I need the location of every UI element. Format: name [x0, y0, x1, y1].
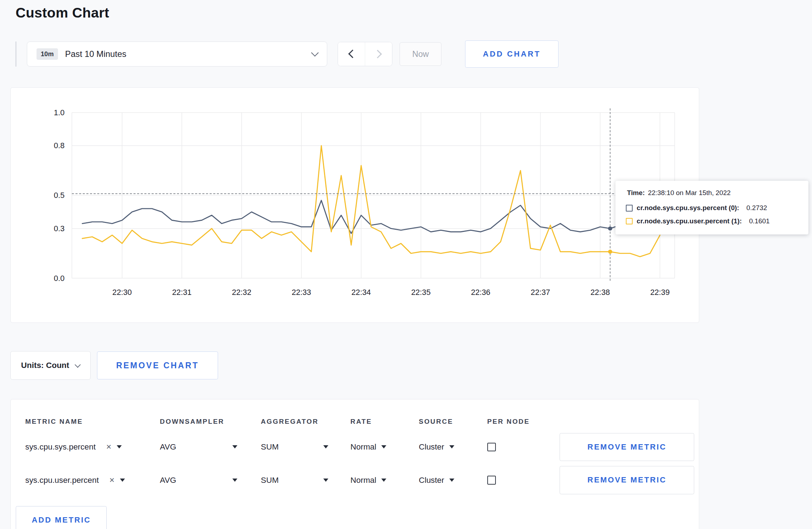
- remove-metric-button[interactable]: REMOVE METRIC: [560, 466, 694, 494]
- svg-text:0.5: 0.5: [54, 191, 64, 200]
- metric-name-select[interactable]: sys.cpu.user.percent ✕: [25, 476, 160, 485]
- custom-chart-page: Custom Chart 10m Past 10 Minutes Now ADD…: [0, 0, 812, 529]
- toolbar: 10m Past 10 Minutes Now ADD CHART: [15, 40, 812, 67]
- svg-text:22:31: 22:31: [172, 287, 192, 296]
- chevron-right-icon: [373, 50, 382, 59]
- rate-value: Normal: [351, 442, 376, 452]
- rate-select[interactable]: Normal: [351, 476, 419, 485]
- svg-text:22:33: 22:33: [292, 287, 311, 296]
- time-range-dropdown[interactable]: 10m Past 10 Minutes: [27, 42, 327, 66]
- remove-metric-button[interactable]: REMOVE METRIC: [560, 433, 694, 461]
- metrics-line-chart[interactable]: 0.00.30.50.81.022:3022:3122:3222:3322:34…: [11, 88, 700, 310]
- per-node-checkbox[interactable]: [487, 443, 496, 452]
- aggregator-select[interactable]: SUM: [261, 442, 328, 452]
- svg-text:22:36: 22:36: [471, 287, 490, 296]
- aggregator-value: SUM: [261, 476, 279, 485]
- downsampler-select[interactable]: AVG: [160, 476, 238, 485]
- tooltip-series-value: 0.2732: [746, 204, 767, 212]
- metric-row: sys.cpu.sys.percent ✕ AVG SUM Normal Clu…: [25, 431, 699, 464]
- svg-text:22:38: 22:38: [590, 287, 610, 296]
- chevron-down-icon: [74, 362, 81, 368]
- caret-down-icon: [120, 479, 125, 482]
- chart-tooltip: Time:22:38:10 on Mar 15th, 2022 cr.node.…: [615, 181, 808, 234]
- metric-name-value: sys.cpu.user.percent: [25, 476, 99, 485]
- col-header-source: SOURCE: [419, 418, 487, 426]
- caret-down-icon: [449, 445, 454, 448]
- close-icon[interactable]: ✕: [106, 443, 112, 451]
- per-node-cell: [487, 443, 560, 452]
- col-header-metric-name: METRIC NAME: [25, 418, 160, 426]
- col-header-per-node: PER NODE: [487, 418, 560, 426]
- downsampler-value: AVG: [160, 476, 177, 485]
- svg-text:0.8: 0.8: [54, 141, 64, 150]
- chevron-down-icon: [311, 49, 319, 57]
- caret-down-icon: [381, 479, 386, 482]
- downsampler-value: AVG: [160, 442, 177, 452]
- source-select[interactable]: Cluster: [419, 476, 487, 485]
- per-node-cell: [487, 476, 560, 485]
- col-header-rate: RATE: [351, 418, 419, 426]
- series-user-swatch-icon: [626, 218, 632, 224]
- col-header-aggregator: AGGREGATOR: [261, 418, 351, 426]
- svg-text:22:35: 22:35: [411, 287, 430, 296]
- prev-range-button[interactable]: [338, 42, 365, 66]
- chevron-left-icon: [348, 50, 357, 59]
- metrics-table-header: METRIC NAME DOWNSAMPLER AGGREGATOR RATE …: [25, 413, 699, 430]
- units-dropdown[interactable]: Units: Count: [10, 351, 91, 380]
- svg-text:22:30: 22:30: [112, 287, 132, 296]
- next-range-button[interactable]: [365, 42, 392, 66]
- tooltip-series-row: cr.node.sys.cpu.user.percent (1): 0.1601: [626, 217, 798, 225]
- downsampler-select[interactable]: AVG: [160, 442, 238, 452]
- svg-text:0.3: 0.3: [54, 224, 64, 233]
- tooltip-series-label: cr.node.sys.cpu.user.percent (1):: [637, 217, 742, 225]
- source-select[interactable]: Cluster: [419, 442, 487, 452]
- tooltip-series-value: 0.1601: [749, 217, 770, 225]
- remove-chart-button[interactable]: REMOVE CHART: [97, 351, 218, 379]
- tooltip-series-label: cr.node.sys.cpu.sys.percent (0):: [637, 204, 739, 212]
- svg-text:22:37: 22:37: [531, 287, 550, 296]
- metric-name-select[interactable]: sys.cpu.sys.percent ✕: [25, 442, 160, 452]
- tooltip-series-row: cr.node.sys.cpu.sys.percent (0): 0.2732: [626, 204, 798, 212]
- caret-down-icon: [449, 479, 454, 482]
- per-node-checkbox[interactable]: [487, 476, 496, 485]
- page-title: Custom Chart: [0, 0, 812, 21]
- metric-name-value: sys.cpu.sys.percent: [25, 442, 96, 452]
- svg-text:0.0: 0.0: [54, 273, 64, 282]
- close-icon[interactable]: ✕: [109, 476, 115, 484]
- chart-actions: Units: Count REMOVE CHART: [10, 351, 812, 380]
- caret-down-icon: [323, 445, 328, 448]
- series-sys-swatch-icon: [626, 205, 632, 211]
- svg-text:22:32: 22:32: [232, 287, 251, 296]
- add-metric-button[interactable]: ADD METRIC: [16, 506, 107, 529]
- source-value: Cluster: [419, 442, 444, 452]
- svg-text:22:34: 22:34: [351, 287, 371, 296]
- caret-down-icon: [381, 445, 386, 448]
- svg-text:22:39: 22:39: [650, 287, 670, 296]
- time-window-badge: 10m: [37, 48, 58, 60]
- now-button[interactable]: Now: [400, 42, 442, 66]
- svg-text:1.0: 1.0: [54, 108, 64, 117]
- aggregator-select[interactable]: SUM: [261, 476, 328, 485]
- time-nav-group: [338, 42, 392, 67]
- metric-row: sys.cpu.user.percent ✕ AVG SUM Normal Cl…: [25, 464, 699, 497]
- aggregator-value: SUM: [261, 442, 279, 452]
- rate-value: Normal: [351, 476, 376, 485]
- tooltip-time-row: Time:22:38:10 on Mar 15th, 2022: [626, 189, 798, 197]
- toolbar-divider: [15, 42, 16, 66]
- source-value: Cluster: [419, 476, 444, 485]
- add-chart-button[interactable]: ADD CHART: [465, 40, 559, 67]
- chart-panel: 0.00.30.50.81.022:3022:3122:3222:3322:34…: [10, 87, 699, 323]
- caret-down-icon: [323, 479, 328, 482]
- tooltip-time-label: Time:: [627, 189, 645, 196]
- caret-down-icon: [232, 445, 237, 448]
- metrics-table: METRIC NAME DOWNSAMPLER AGGREGATOR RATE …: [10, 399, 699, 529]
- tooltip-time-value: 22:38:10 on Mar 15th, 2022: [648, 189, 731, 196]
- rate-select[interactable]: Normal: [351, 442, 419, 452]
- time-range-label: Past 10 Minutes: [65, 49, 312, 59]
- units-label: Units: Count: [21, 361, 69, 370]
- caret-down-icon: [232, 479, 237, 482]
- col-header-downsampler: DOWNSAMPLER: [160, 418, 261, 426]
- caret-down-icon: [117, 445, 122, 448]
